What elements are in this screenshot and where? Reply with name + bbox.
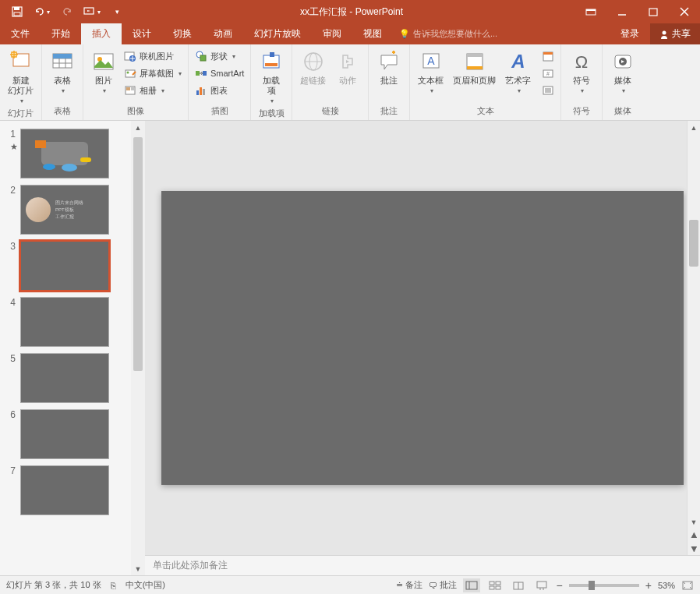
online-pictures-button[interactable]: 联机图片: [121, 48, 185, 65]
smartart-button[interactable]: SmartArt: [192, 65, 247, 82]
notes-toggle[interactable]: ≐ 备注: [396, 579, 422, 591]
fit-to-window-button[interactable]: [681, 580, 694, 591]
svg-rect-64: [537, 582, 546, 588]
comment-button[interactable]: 批注: [372, 48, 406, 87]
screenshot-icon: [124, 67, 136, 80]
tab-design[interactable]: 设计: [122, 23, 162, 44]
login-button[interactable]: 登录: [610, 27, 650, 41]
svg-text:A: A: [511, 51, 525, 72]
language-indicator[interactable]: 中文(中国): [126, 579, 165, 591]
thumb-number: 2: [6, 185, 16, 235]
date-time-button[interactable]: [539, 48, 557, 65]
object-button[interactable]: [539, 82, 557, 99]
picture-button[interactable]: 图片 ▾: [87, 48, 121, 96]
tab-transitions[interactable]: 切换: [162, 23, 203, 44]
save-button[interactable]: [6, 2, 28, 21]
svg-rect-48: [543, 52, 553, 55]
addins-button[interactable]: 加载 项 ▾: [254, 48, 288, 106]
screenshot-button[interactable]: 屏幕截图▾: [121, 65, 185, 82]
wordart-button[interactable]: A 艺术字 ▾: [500, 48, 536, 96]
thumb-number: 5: [6, 353, 16, 403]
next-slide-arrow[interactable]: ⯆: [688, 542, 700, 555]
svg-rect-36: [270, 52, 274, 57]
hyperlink-icon: [301, 49, 326, 74]
table-button[interactable]: 表格 ▾: [45, 48, 80, 96]
thumb-number: 6: [6, 409, 16, 459]
slide-thumbnail-2[interactable]: 图片来自网络PPT模板工作汇报: [20, 185, 109, 235]
slideshow-view-button[interactable]: [533, 578, 550, 592]
slide-canvas[interactable]: ▲ ▼ ⯅ ⯆: [145, 121, 700, 555]
notes-pane[interactable]: 单击此处添加备注: [145, 555, 700, 575]
close-button[interactable]: [669, 0, 700, 23]
ribbon-display-button[interactable]: [575, 0, 606, 23]
tab-review[interactable]: 审阅: [312, 23, 352, 44]
svg-text:Ω: Ω: [575, 52, 588, 72]
ribbon-group-tables: 表格 ▾ 表格: [42, 44, 83, 120]
qat-customize-button[interactable]: ▾: [106, 2, 128, 21]
slide-thumbnail-panel[interactable]: 1 ★ 2 图片来自网络PPT模板工作汇报 3 4 5 6: [0, 121, 131, 575]
media-button[interactable]: 媒体 ▾: [606, 48, 640, 96]
slide-thumbnail-7[interactable]: [20, 465, 109, 515]
scroll-up-arrow[interactable]: ▲: [688, 121, 700, 134]
svg-rect-60: [490, 586, 494, 589]
canvas-vertical-scrollbar[interactable]: ▲ ▼ ⯅ ⯆: [687, 121, 700, 555]
tell-me-search[interactable]: 💡 告诉我您想要做什么...: [393, 28, 497, 40]
wordart-icon: A: [506, 49, 531, 74]
start-from-beginning-button[interactable]: ▾: [81, 2, 103, 21]
maximize-button[interactable]: [638, 0, 669, 23]
svg-rect-31: [203, 71, 207, 76]
slide-number-button[interactable]: #: [539, 65, 557, 82]
tab-insert[interactable]: 插入: [81, 23, 122, 44]
chart-button[interactable]: 图表: [192, 82, 247, 99]
hyperlink-button[interactable]: 超链接: [295, 48, 331, 87]
svg-rect-32: [196, 90, 199, 95]
zoom-level[interactable]: 53%: [658, 581, 675, 590]
tab-slideshow[interactable]: 幻灯片放映: [243, 23, 312, 44]
new-slide-button[interactable]: 新建 幻灯片 ▾: [3, 48, 38, 106]
minimize-button[interactable]: [606, 0, 638, 23]
action-button[interactable]: 动作: [331, 48, 365, 87]
normal-view-button[interactable]: [463, 578, 480, 592]
slide-thumbnail-3[interactable]: [20, 241, 109, 291]
svg-rect-17: [53, 54, 72, 58]
header-footer-button[interactable]: 页眉和页脚: [448, 48, 500, 87]
current-slide[interactable]: [161, 191, 684, 485]
svg-rect-61: [496, 586, 500, 589]
zoom-out-button[interactable]: −: [557, 579, 563, 592]
slide-thumbnail-1[interactable]: ★: [20, 129, 109, 179]
redo-button[interactable]: [56, 2, 78, 21]
slide-thumbnail-6[interactable]: [20, 409, 109, 459]
action-icon: [335, 49, 360, 74]
ribbon-group-symbols: Ω 符号 ▾ 符号: [561, 44, 603, 120]
tab-file[interactable]: 文件: [0, 23, 41, 44]
ribbon: 新建 幻灯片 ▾ 幻灯片 表格 ▾ 表格 图片 ▾ 联机图片 屏幕截图▾: [0, 44, 700, 121]
slide-sorter-view-button[interactable]: [486, 578, 504, 592]
spellcheck-icon[interactable]: ⎘: [111, 581, 116, 590]
thumbnail-scrollbar[interactable]: ▲ ▼: [131, 121, 145, 575]
svg-point-23: [127, 72, 129, 74]
undo-button[interactable]: ▾: [31, 2, 53, 21]
svg-rect-44: [467, 54, 483, 57]
lightbulb-icon: 💡: [399, 29, 410, 39]
textbox-button[interactable]: A 文本框 ▾: [413, 48, 448, 96]
slide-thumbnail-4[interactable]: [20, 297, 109, 347]
zoom-slider[interactable]: [569, 584, 639, 587]
tab-view[interactable]: 视图: [352, 23, 393, 44]
symbol-button[interactable]: Ω 符号 ▾: [564, 48, 599, 96]
shapes-button[interactable]: 形状▾: [192, 48, 247, 65]
slide-thumbnail-5[interactable]: [20, 353, 109, 403]
scroll-down-arrow[interactable]: ▼: [688, 515, 700, 529]
share-button[interactable]: 共享: [650, 23, 700, 44]
prev-slide-arrow[interactable]: ⯅: [688, 529, 700, 542]
tab-home[interactable]: 开始: [41, 23, 81, 44]
ribbon-group-slides: 新建 幻灯片 ▾ 幻灯片: [0, 44, 42, 120]
comments-toggle[interactable]: 🗨 批注: [429, 579, 457, 591]
shapes-icon: [195, 50, 207, 62]
ribbon-group-text: A 文本框 ▾ 页眉和页脚 A 艺术字 ▾ # 文本: [410, 44, 561, 120]
reading-view-button[interactable]: [510, 578, 527, 592]
svg-rect-37: [265, 63, 278, 66]
photo-album-button[interactable]: 相册▾: [121, 82, 185, 99]
svg-rect-2: [14, 12, 20, 16]
tab-animations[interactable]: 动画: [203, 23, 243, 44]
zoom-in-button[interactable]: +: [645, 579, 652, 592]
